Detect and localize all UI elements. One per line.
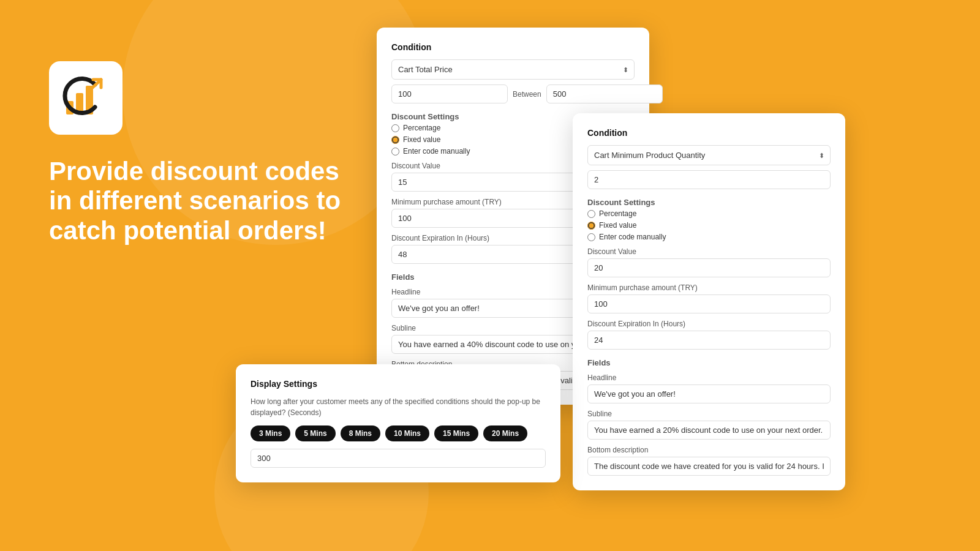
card1-condition-select[interactable]: Cart Total Price — [391, 59, 635, 80]
card2-subline-label: Subline — [587, 410, 831, 418]
time-btn-15mins[interactable]: 15 Mins — [434, 425, 478, 441]
card1-value2-input[interactable] — [546, 84, 663, 103]
app-logo — [61, 73, 110, 122]
card1-between-row: Between — [391, 84, 635, 103]
card2-min-purchase-input[interactable] — [587, 294, 831, 313]
card2-expiration-input[interactable] — [587, 331, 831, 350]
card1-condition-select-wrapper[interactable]: Cart Total Price ⬍ — [391, 59, 635, 80]
card-min-quantity: Condition Cart Minimum Product Quantity … — [573, 113, 845, 490]
card2-radio-percentage[interactable]: Percentage — [587, 209, 831, 218]
time-btn-20mins[interactable]: 20 Mins — [483, 425, 527, 441]
card1-between-label: Between — [513, 90, 541, 99]
card3-description: How long after your customer meets any o… — [251, 396, 546, 418]
time-btn-5mins[interactable]: 5 Mins — [295, 425, 335, 441]
card2-radio-fixed[interactable]: Fixed value — [587, 221, 831, 230]
card2-min-purchase-label: Minimum purchase amount (TRY) — [587, 283, 831, 292]
card2-condition-value-input[interactable] — [587, 170, 831, 189]
card2-condition-select-wrapper[interactable]: Cart Minimum Product Quantity ⬍ — [587, 145, 831, 165]
card-display-settings: Display Settings How long after your cus… — [236, 364, 560, 482]
time-btn-10mins[interactable]: 10 Mins — [385, 425, 429, 441]
card2-expiration-label: Discount Expiration In (Hours) — [587, 320, 831, 328]
left-panel: Provide discount codes in different scen… — [49, 61, 368, 246]
card2-radio-group: Percentage Fixed value Enter code manual… — [587, 209, 831, 241]
card2-bottom-desc-input[interactable] — [587, 457, 831, 476]
card2-headline-input[interactable] — [587, 384, 831, 403]
card3-title: Display Settings — [251, 379, 546, 389]
card2-condition-label: Condition — [587, 128, 831, 138]
card2-bottom-desc-label: Bottom description — [587, 446, 831, 454]
card1-condition-label: Condition — [391, 42, 635, 52]
card2-subline-input[interactable] — [587, 421, 831, 440]
card2-discount-value-input[interactable] — [587, 258, 831, 277]
card3-time-buttons: 3 Mins 5 Mins 8 Mins 10 Mins 15 Mins 20 … — [251, 425, 546, 441]
card2-headline-label: Headline — [587, 373, 831, 382]
time-btn-8mins[interactable]: 8 Mins — [341, 425, 380, 441]
card2-radio-manual[interactable]: Enter code manually — [587, 233, 831, 241]
card2-discount-settings-label: Discount Settings — [587, 198, 831, 207]
main-headline: Provide discount codes in different scen… — [49, 157, 368, 246]
card2-discount-value-label: Discount Value — [587, 247, 831, 256]
card3-value-input[interactable] — [251, 449, 546, 468]
time-btn-3mins[interactable]: 3 Mins — [251, 425, 290, 441]
logo-box — [49, 61, 123, 135]
card2-condition-select[interactable]: Cart Minimum Product Quantity — [587, 145, 831, 165]
card1-value1-input[interactable] — [391, 84, 508, 103]
card2-fields-label: Fields — [587, 358, 831, 367]
